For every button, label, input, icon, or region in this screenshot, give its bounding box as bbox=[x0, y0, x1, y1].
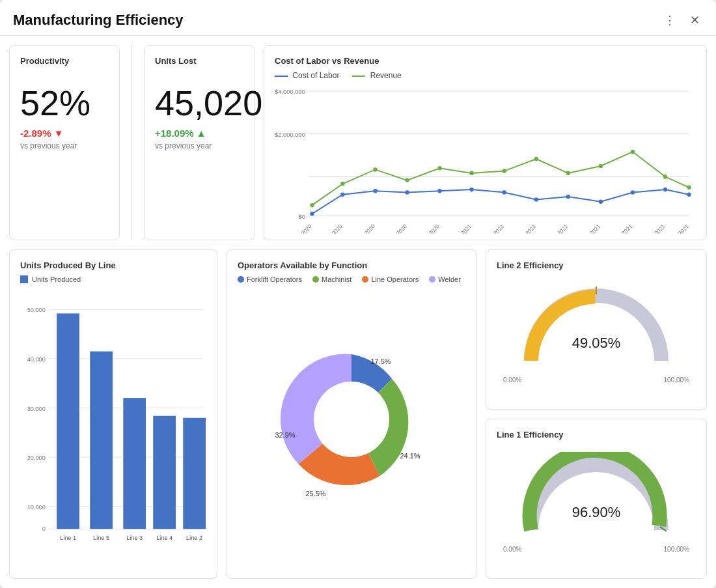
svg-point-15 bbox=[566, 171, 570, 176]
gauge2-max-label: 100.00% bbox=[664, 376, 689, 384]
svg-point-17 bbox=[631, 150, 635, 154]
title-bar-actions: ⋮ ✕ bbox=[661, 12, 703, 29]
bar-chart-card: Units Produced By Line Units Produced 50… bbox=[9, 249, 217, 579]
svg-text:Jan-2021: Jan-2021 bbox=[452, 223, 473, 234]
line-ops-pct-label: 25.5% bbox=[305, 490, 325, 497]
svg-point-26 bbox=[503, 190, 506, 195]
svg-point-18 bbox=[663, 175, 667, 179]
svg-text:Line 1: Line 1 bbox=[60, 535, 76, 541]
gauge2-title: Line 2 Efficiency bbox=[497, 260, 696, 270]
svg-text:Aug-2020: Aug-2020 bbox=[292, 223, 313, 234]
gauge1-min-label: 0.00% bbox=[503, 546, 521, 553]
forklift-label: Forklift Operators bbox=[247, 275, 302, 283]
revenue-legend: Revenue bbox=[352, 71, 401, 80]
svg-point-30 bbox=[631, 190, 635, 195]
forklift-pct-label: 17.5% bbox=[370, 357, 391, 365]
svg-text:Jun-2021: Jun-2021 bbox=[613, 223, 634, 234]
machinist-label: Machinist bbox=[322, 275, 351, 283]
units-lost-subtitle: vs previous year bbox=[155, 141, 243, 150]
bar-legend-label: Units Produced bbox=[32, 275, 81, 283]
svg-point-25 bbox=[469, 188, 473, 192]
svg-rect-58 bbox=[57, 313, 79, 529]
svg-point-16 bbox=[599, 164, 603, 169]
up-arrow-icon: ▲ bbox=[197, 128, 206, 139]
welder-label: Welder bbox=[438, 275, 461, 283]
gauge1-labels: 0.00% 100.00% bbox=[497, 546, 696, 553]
svg-point-11 bbox=[437, 166, 441, 171]
svg-point-23 bbox=[405, 190, 409, 195]
gauge1-title: Line 1 Efficiency bbox=[497, 430, 696, 440]
svg-point-24 bbox=[437, 189, 441, 193]
donut-svg-wrapper: 17.5% 24.1% 25.5% 32.9% bbox=[238, 288, 465, 550]
line-chart-title: Cost of Labor vs Revenue bbox=[275, 56, 696, 66]
gauge2-card: Line 2 Efficiency 49.05% bbox=[486, 249, 707, 410]
donut-legend: Forklift Operators Machinist Line Operat… bbox=[238, 275, 465, 283]
donut-svg: 17.5% 24.1% 25.5% 32.9% bbox=[260, 328, 443, 511]
svg-text:0: 0 bbox=[42, 525, 46, 532]
svg-text:Sep-2020: Sep-2020 bbox=[322, 223, 344, 234]
productivity-subtitle: vs previous year bbox=[20, 141, 109, 150]
svg-point-28 bbox=[566, 195, 570, 199]
line-chart-card: Cost of Labor vs Revenue Cost of Labor R… bbox=[264, 45, 707, 240]
svg-text:10,000: 10,000 bbox=[27, 504, 46, 511]
line-operators-label: Line Operators bbox=[371, 275, 419, 283]
more-options-button[interactable]: ⋮ bbox=[661, 12, 679, 29]
units-lost-title: Units Lost bbox=[155, 56, 243, 66]
svg-point-29 bbox=[599, 199, 603, 204]
units-lost-card: Units Lost 45,020 +18.09% ▲ vs previous … bbox=[144, 45, 255, 240]
legend-item-machinist: Machinist bbox=[312, 275, 351, 283]
svg-text:50,000: 50,000 bbox=[27, 307, 46, 313]
svg-point-21 bbox=[340, 192, 344, 197]
welder-dot bbox=[429, 276, 435, 283]
svg-text:Apr-2021: Apr-2021 bbox=[549, 223, 569, 234]
svg-point-9 bbox=[373, 167, 377, 172]
productivity-value: 52% bbox=[20, 84, 109, 122]
forklift-dot bbox=[238, 276, 244, 283]
gauge-column: Line 2 Efficiency 49.05% bbox=[486, 249, 707, 579]
main-window: Manufacturing Efficiency ⋮ ✕ Productivit… bbox=[0, 0, 716, 588]
svg-text:Nov-2020: Nov-2020 bbox=[387, 223, 408, 234]
legend-item-line-operators: Line Operators bbox=[362, 275, 419, 283]
welder-pct-label: 32.9% bbox=[275, 431, 295, 439]
legend-item-forklift: Forklift Operators bbox=[238, 275, 302, 283]
bar-legend-box bbox=[20, 275, 28, 283]
svg-text:Line 3: Line 3 bbox=[126, 535, 143, 541]
svg-text:Feb-2021: Feb-2021 bbox=[484, 223, 505, 234]
svg-point-22 bbox=[373, 189, 377, 193]
close-button[interactable]: ✕ bbox=[687, 12, 703, 29]
svg-point-8 bbox=[340, 182, 344, 186]
svg-point-12 bbox=[469, 171, 473, 176]
bar-chart-area: 50,000 40,000 30,000 20,000 10,000 0 bbox=[20, 288, 206, 563]
svg-text:Dec-2020: Dec-2020 bbox=[419, 223, 441, 234]
dashboard: Productivity 52% -2.89% ▼ vs previous ye… bbox=[0, 36, 716, 588]
gauge2-svg: 49.05% bbox=[518, 283, 674, 374]
page-title: Manufacturing Efficiency bbox=[13, 12, 184, 29]
productivity-card: Productivity 52% -2.89% ▼ vs previous ye… bbox=[9, 45, 120, 240]
line-chart-svg-container: $4,000,000 $2,000,000 $0 bbox=[275, 84, 696, 234]
gauge2-container: 49.05% 0.00% 100.00% bbox=[497, 275, 696, 390]
down-arrow-icon: ▼ bbox=[54, 128, 64, 139]
svg-point-32 bbox=[687, 192, 691, 197]
machinist-pct-label: 24.1% bbox=[400, 452, 420, 460]
bottom-row: Units Produced By Line Units Produced 50… bbox=[9, 249, 707, 579]
bar-chart-title: Units Produced By Line bbox=[20, 260, 206, 270]
svg-text:$2,000,000: $2,000,000 bbox=[275, 131, 305, 138]
gauge1-max-label: 100.00% bbox=[664, 546, 689, 553]
svg-rect-66 bbox=[183, 418, 206, 529]
donut-chart-title: Operators Available by Function bbox=[238, 260, 465, 270]
units-lost-change: +18.09% ▲ bbox=[155, 128, 243, 139]
svg-text:Line 4: Line 4 bbox=[156, 535, 172, 541]
legend-item-welder: Welder bbox=[429, 275, 461, 283]
line-chart-legend: Cost of Labor Revenue bbox=[275, 71, 696, 80]
svg-point-13 bbox=[503, 169, 506, 173]
svg-text:96.90%: 96.90% bbox=[572, 504, 621, 520]
svg-text:Line 5: Line 5 bbox=[93, 535, 109, 541]
svg-rect-62 bbox=[123, 398, 146, 529]
gauge1-svg: 96.90% bbox=[518, 452, 674, 543]
svg-text:Jul-2021: Jul-2021 bbox=[647, 223, 667, 234]
title-bar: Manufacturing Efficiency ⋮ ✕ bbox=[0, 0, 716, 36]
svg-point-27 bbox=[534, 197, 538, 202]
svg-text:Oct-2020: Oct-2020 bbox=[356, 223, 376, 234]
svg-text:Line 2: Line 2 bbox=[186, 535, 202, 541]
donut-inner-circle bbox=[314, 382, 389, 457]
